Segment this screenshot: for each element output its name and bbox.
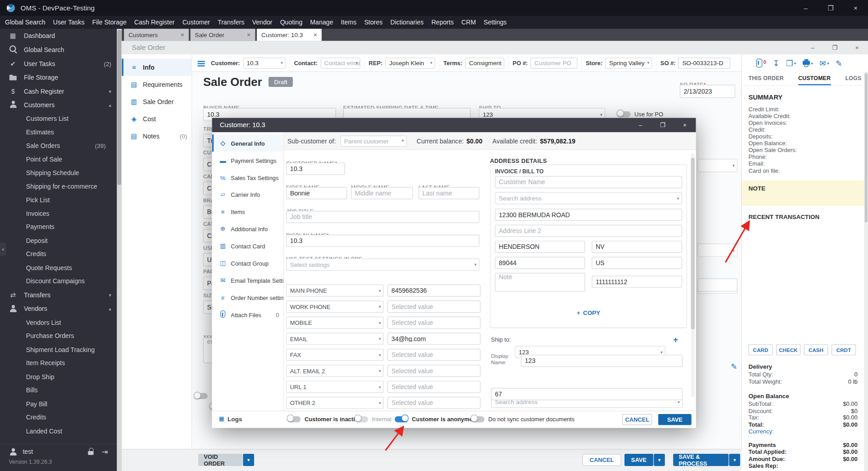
payment-button[interactable]: CRDT [831, 344, 856, 355]
sidebar-item-dashboard[interactable]: ▦ Dashboard [0, 29, 117, 43]
no-sync-toggle[interactable] [471, 416, 484, 422]
last-name-input[interactable] [418, 187, 479, 199]
contact-type-dropdown[interactable]: MOBILE▾ [286, 317, 384, 329]
sidebar-subitem[interactable]: Drop Ship [0, 370, 117, 384]
contact-type-dropdown[interactable]: OTHER 2▾ [286, 397, 384, 409]
pencil-icon[interactable]: ✎ [731, 362, 737, 371]
menu-item[interactable]: Vendor [248, 16, 276, 29]
sidebar-subitem[interactable]: Point of Sale [0, 152, 117, 166]
menu-item[interactable]: Cash Register [130, 16, 178, 29]
email-button[interactable]: ✉▾ [820, 59, 829, 67]
sidebar-subitem[interactable]: Pay Bill [0, 397, 117, 411]
tab-close-icon[interactable]: × [313, 31, 318, 39]
internal-toggle[interactable] [355, 416, 368, 422]
logout-icon[interactable]: ⇥ [102, 447, 108, 456]
document-tab[interactable]: Sale Order × [190, 29, 255, 41]
menu-item[interactable]: Manage [306, 16, 337, 29]
minimize-icon[interactable]: – [630, 118, 652, 133]
nav-item-attach-files[interactable]: Attach Files0 [212, 306, 284, 323]
contact-value-input[interactable] [388, 365, 481, 377]
tab-close-icon[interactable]: × [180, 31, 185, 39]
city-input[interactable] [495, 241, 585, 253]
sidebar-scrollbar[interactable] [117, 29, 122, 471]
payment-button[interactable]: CHECK [776, 344, 801, 355]
void-order-dropdown[interactable]: ▾ [243, 454, 254, 466]
menu-item[interactable]: Items [337, 16, 360, 29]
save-button[interactable]: SAVE [625, 454, 654, 466]
restore-icon[interactable]: ❐ [824, 41, 846, 54]
right-panel-scrollbar[interactable] [864, 72, 868, 471]
sidebar-subitem[interactable]: Credits [0, 247, 117, 261]
field-fragment-input[interactable] [697, 278, 737, 291]
copy-button[interactable]: ❐▾ [786, 59, 796, 67]
nav-item-notes[interactable]: ▤ Notes (0) [122, 127, 191, 144]
close-icon[interactable]: × [674, 118, 696, 133]
document-tab[interactable]: Customer: 10.3 × [257, 29, 322, 41]
sidebar-item-transfers[interactable]: ⇄ Transfers ▾ [0, 288, 117, 302]
po-input[interactable] [531, 57, 577, 68]
sidebar-subitem[interactable]: Landed Cost [0, 424, 117, 438]
search-address-dropdown[interactable]: Search address▾ [495, 192, 682, 204]
sidebar-subitem[interactable]: Pick List [0, 193, 117, 207]
address-line2-input[interactable] [495, 225, 682, 237]
payment-button[interactable]: CASH [804, 344, 828, 355]
contact-dropdown[interactable]: Contact email▾ [320, 57, 360, 68]
contact-value-input[interactable] [388, 349, 481, 361]
sidebar-subitem[interactable]: Payments [0, 220, 117, 234]
contact-value-input[interactable] [388, 381, 481, 393]
document-tab[interactable]: Customers × [124, 29, 189, 41]
sidebar-item-file-storage[interactable]: File Storage [0, 70, 117, 84]
sidebar-subitem[interactable]: Sale Orders (39) [0, 139, 117, 152]
save-dropdown[interactable]: ▾ [654, 454, 664, 466]
sidebar-item-vendors[interactable]: Vendors ▴ [0, 302, 117, 316]
sidebar-subitem[interactable]: Deposit [0, 234, 117, 247]
contact-type-dropdown[interactable]: URL 1▾ [286, 381, 384, 393]
save-process-dropdown[interactable]: ▾ [729, 454, 740, 466]
sidebar-subitem[interactable]: Estimates [0, 125, 117, 139]
sidebar-subitem[interactable]: Shipping Schedule [0, 166, 117, 180]
payment-button[interactable]: CARD [749, 344, 773, 355]
nav-item-order-number[interactable]: #Order Number settings [212, 289, 284, 306]
address-note-textarea[interactable] [495, 273, 585, 292]
download-button[interactable]: ↧ [773, 59, 779, 67]
display-name-input[interactable] [286, 235, 479, 247]
menu-item[interactable]: CRM [458, 16, 480, 29]
parent-customer-dropdown[interactable]: Parent customer▾ [340, 135, 407, 146]
contact-type-dropdown[interactable]: ALT. EMAIL 2▾ [286, 365, 384, 377]
rep-dropdown[interactable]: Joseph Klein▾ [385, 57, 435, 68]
middle-name-input[interactable] [351, 187, 413, 199]
modal-scrollbar[interactable] [691, 153, 695, 397]
sidebar-subitem[interactable]: Purchase Orders [0, 329, 117, 343]
contact-value-input[interactable] [388, 300, 481, 313]
save-process-button[interactable]: SAVE & PROCESS [673, 454, 728, 466]
menu-item[interactable]: Customer [179, 16, 214, 29]
nav-item-carrier-info[interactable]: ▱Carrier Info [212, 186, 284, 203]
panel-tab[interactable]: CUSTOMER [798, 72, 831, 85]
address-line1-input[interactable] [495, 209, 682, 221]
menu-item[interactable]: Dictionaries [386, 16, 427, 29]
close-icon[interactable]: × [846, 41, 868, 54]
sidebar-subitem[interactable]: Vendors List [0, 316, 117, 329]
contact-value-input[interactable] [388, 333, 481, 345]
sidebar-subitem[interactable]: Invoices [0, 207, 117, 220]
menu-item[interactable]: Global Search [1, 16, 49, 29]
customer-inactive-toggle[interactable] [287, 416, 300, 422]
logs-button[interactable]: ≣ Logs [218, 415, 242, 423]
restore-icon[interactable]: ❐ [818, 0, 843, 16]
export-button[interactable]: ✎ [836, 59, 842, 67]
modal-save-button[interactable]: SAVE [658, 414, 691, 425]
tab-close-icon[interactable]: × [247, 31, 251, 39]
ship-display-name-input[interactable] [521, 355, 683, 367]
modal-cancel-button[interactable]: CANCEL [622, 414, 652, 425]
ship-line-input[interactable] [491, 388, 683, 400]
close-icon[interactable]: × [843, 0, 868, 16]
print-button[interactable]: ▾ [802, 59, 813, 67]
menu-item[interactable]: Reports [427, 16, 457, 29]
maximize-icon[interactable]: ❐ [652, 118, 674, 133]
void-order-button[interactable]: VOID ORDER [198, 454, 242, 466]
nav-item-additional-info[interactable]: ⊕Additional Info [212, 220, 284, 238]
sidebar-item-customers[interactable]: Customers ▴ [0, 98, 117, 112]
sidebar-subitem[interactable]: Discount Campaigns [0, 275, 117, 288]
so-number-input[interactable] [678, 57, 730, 68]
lock-icon[interactable] [87, 447, 95, 456]
